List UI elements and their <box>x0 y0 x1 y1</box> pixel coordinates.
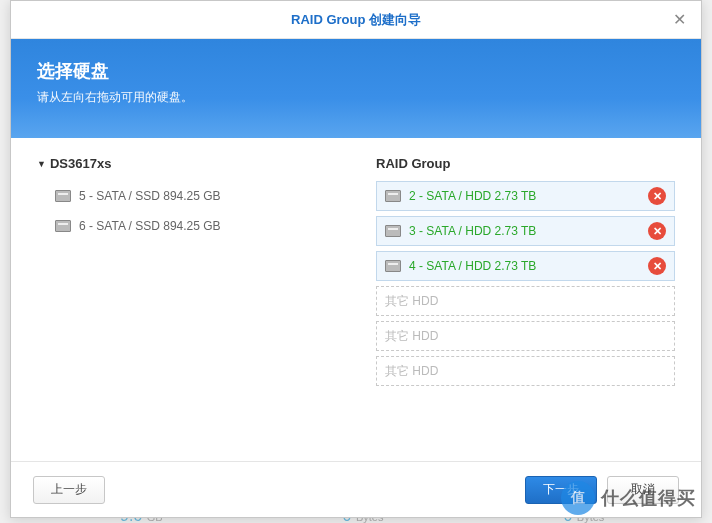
raid-slot-filled[interactable]: 3 - SATA / HDD 2.73 TB✕ <box>376 216 675 246</box>
close-icon[interactable]: ✕ <box>669 9 689 29</box>
hero-heading: 选择硬盘 <box>37 59 675 83</box>
hero-subtext: 请从左向右拖动可用的硬盘。 <box>37 89 675 106</box>
dialog-footer: 上一步 下一步 取消 <box>11 461 701 517</box>
slot-placeholder: 其它 HDD <box>385 328 438 345</box>
disk-icon <box>55 190 71 202</box>
remove-disk-icon[interactable]: ✕ <box>648 257 666 275</box>
dialog-title: RAID Group 创建向导 <box>291 11 421 29</box>
raid-slot-empty[interactable]: 其它 HDD <box>376 356 675 386</box>
disk-label: 4 - SATA / HDD 2.73 TB <box>409 259 536 273</box>
slot-placeholder: 其它 HDD <box>385 293 438 310</box>
cancel-button[interactable]: 取消 <box>607 476 679 504</box>
next-button[interactable]: 下一步 <box>525 476 597 504</box>
disk-icon <box>385 225 401 237</box>
remove-disk-icon[interactable]: ✕ <box>648 187 666 205</box>
available-disk-item[interactable]: 5 - SATA / SSD 894.25 GB <box>37 181 336 211</box>
hero-panel: 选择硬盘 请从左向右拖动可用的硬盘。 <box>11 39 701 138</box>
disk-icon <box>55 220 71 232</box>
available-disks-header[interactable]: ▼ DS3617xs <box>37 156 336 171</box>
raid-wizard-dialog: RAID Group 创建向导 ✕ 选择硬盘 请从左向右拖动可用的硬盘。 ▼ D… <box>10 0 702 518</box>
raid-group-list: 2 - SATA / HDD 2.73 TB✕3 - SATA / HDD 2.… <box>376 181 675 386</box>
collapse-triangle-icon: ▼ <box>37 159 46 169</box>
prev-button[interactable]: 上一步 <box>33 476 105 504</box>
raid-slot-empty[interactable]: 其它 HDD <box>376 286 675 316</box>
body: ▼ DS3617xs 5 - SATA / SSD 894.25 GB6 - S… <box>11 138 701 461</box>
disk-label: 6 - SATA / SSD 894.25 GB <box>79 219 221 233</box>
disk-label: 2 - SATA / HDD 2.73 TB <box>409 189 536 203</box>
raid-slot-filled[interactable]: 4 - SATA / HDD 2.73 TB✕ <box>376 251 675 281</box>
disk-icon <box>385 260 401 272</box>
raid-group-header: RAID Group <box>376 156 675 171</box>
available-disks-list: 5 - SATA / SSD 894.25 GB6 - SATA / SSD 8… <box>37 181 336 241</box>
available-disks-column: ▼ DS3617xs 5 - SATA / SSD 894.25 GB6 - S… <box>37 156 336 461</box>
dialog-titlebar: RAID Group 创建向导 ✕ <box>11 1 701 39</box>
raid-slot-empty[interactable]: 其它 HDD <box>376 321 675 351</box>
remove-disk-icon[interactable]: ✕ <box>648 222 666 240</box>
disk-label: 3 - SATA / HDD 2.73 TB <box>409 224 536 238</box>
raid-slot-filled[interactable]: 2 - SATA / HDD 2.73 TB✕ <box>376 181 675 211</box>
available-disk-item[interactable]: 6 - SATA / SSD 894.25 GB <box>37 211 336 241</box>
slot-placeholder: 其它 HDD <box>385 363 438 380</box>
disk-icon <box>385 190 401 202</box>
disk-label: 5 - SATA / SSD 894.25 GB <box>79 189 221 203</box>
raid-group-column: RAID Group 2 - SATA / HDD 2.73 TB✕3 - SA… <box>376 156 675 461</box>
